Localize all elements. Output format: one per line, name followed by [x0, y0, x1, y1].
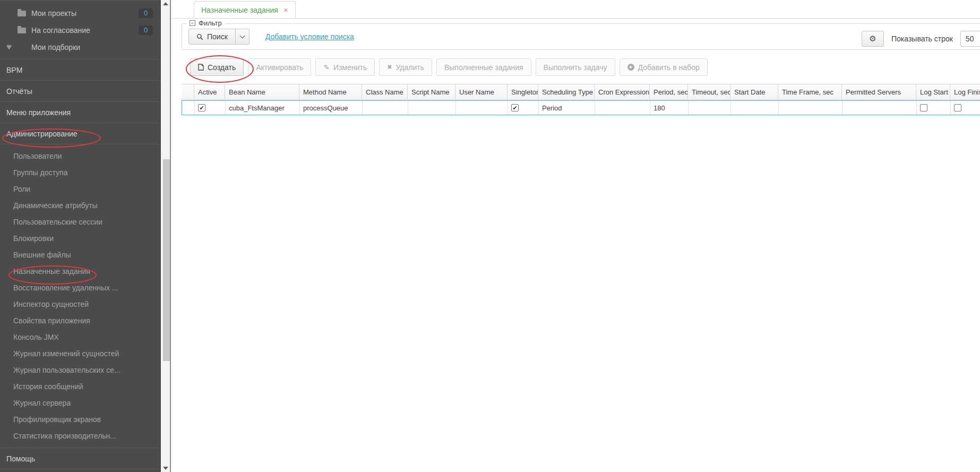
- column-header[interactable]: Scheduling Type: [538, 84, 595, 100]
- sidebar-admin-items: Пользователи Группы доступа Роли Динамич…: [0, 144, 161, 448]
- table-cell[interactable]: [363, 101, 408, 115]
- table-cell[interactable]: [917, 101, 951, 115]
- column-header[interactable]: [182, 84, 194, 100]
- checkbox-checked[interactable]: [511, 104, 519, 111]
- table-cell[interactable]: 180: [650, 101, 689, 115]
- search-button-label: Поиск: [207, 32, 228, 41]
- rows-per-page-input[interactable]: [960, 31, 980, 47]
- sidebar-section-administration[interactable]: Администрирование: [0, 123, 161, 144]
- sidebar-item[interactable]: Роли: [0, 181, 161, 198]
- column-header[interactable]: Script Name: [408, 84, 455, 100]
- sidebar-item[interactable]: Инспектор сущностей: [0, 296, 161, 313]
- table-cell[interactable]: [731, 101, 779, 115]
- sidebar-shortcuts: Мои проекты 0 На согласование 0 ♥ Мои по…: [0, 1, 161, 56]
- delete-button[interactable]: ✖ Удалить: [379, 58, 432, 76]
- filter-legend: Фильтр: [186, 19, 225, 27]
- sidebar-item[interactable]: Журнал сервера: [0, 395, 161, 411]
- pencil-icon: ✎: [323, 64, 330, 71]
- column-header[interactable]: Timeout, sec: [688, 84, 730, 100]
- run-task-button-label: Выполнить задачу: [544, 63, 607, 72]
- sidebar-item[interactable]: Группы доступа: [0, 165, 161, 181]
- activate-button[interactable]: Активировать: [248, 58, 311, 76]
- column-header[interactable]: Singleton: [508, 84, 538, 100]
- column-header[interactable]: Cron Expression: [595, 84, 650, 100]
- column-header[interactable]: Log Start: [916, 84, 950, 100]
- add-condition-link[interactable]: Добавить условие поиска: [265, 32, 354, 41]
- sidebar-item-my-projects[interactable]: Мои проекты 0: [0, 5, 161, 22]
- filter-panel: Фильтр Поиск Добавить условие поиска: [182, 23, 980, 50]
- table-cell[interactable]: [843, 101, 917, 115]
- sidebar-section-reports[interactable]: Отчёты: [0, 81, 161, 102]
- table-cell[interactable]: Period: [539, 101, 595, 115]
- table-cell[interactable]: [182, 101, 195, 115]
- tab-scheduled-tasks[interactable]: Назначенные задания ×: [194, 1, 296, 18]
- sidebar-item-my-collections[interactable]: ♥ Мои подборки: [0, 39, 161, 56]
- run-task-button[interactable]: Выполнить задачу: [536, 58, 615, 76]
- add-to-set-button[interactable]: + Добавить в набор: [620, 58, 708, 76]
- scroll-up-icon[interactable]: [163, 2, 168, 5]
- sidebar-item[interactable]: Журнал пользовательских се...: [0, 362, 161, 379]
- sidebar-item-label: Мои подборки: [31, 43, 80, 52]
- sidebar-item[interactable]: Консоль JMX: [0, 329, 161, 346]
- column-header[interactable]: Period, sec: [650, 84, 688, 100]
- search-options-button[interactable]: [236, 29, 250, 45]
- checkbox-checked[interactable]: [198, 104, 205, 111]
- column-header[interactable]: Method Name: [299, 84, 362, 100]
- heart-icon: ♥: [6, 42, 26, 53]
- sidebar-item[interactable]: Журнал изменений сущностей: [0, 346, 161, 362]
- column-header[interactable]: Start Date: [730, 84, 778, 100]
- column-header[interactable]: Log Finish: [950, 84, 980, 100]
- column-header[interactable]: Time Frame, sec: [778, 84, 842, 100]
- table-cell[interactable]: [951, 101, 980, 115]
- main-content: Назначенные задания × Фильтр Поиск Добав…: [171, 0, 980, 472]
- close-icon[interactable]: ×: [283, 6, 288, 14]
- table-cell[interactable]: [779, 101, 843, 115]
- sidebar-item[interactable]: Внешние файлы: [0, 247, 161, 263]
- sidebar-item[interactable]: Статистика производительн...: [0, 428, 161, 444]
- table-cell[interactable]: cuba_FtsManager: [226, 101, 300, 115]
- sidebar-item[interactable]: Восстановление удаленных ...: [0, 280, 161, 296]
- table-cell[interactable]: [195, 101, 226, 115]
- checkbox-unchecked[interactable]: [954, 104, 961, 111]
- sidebar-item[interactable]: Профилировщик экранов: [0, 411, 161, 428]
- table-cell[interactable]: [595, 101, 650, 115]
- sidebar-section-help[interactable]: Помощь: [0, 448, 161, 469]
- table-cell[interactable]: [456, 101, 508, 115]
- column-header[interactable]: Permitted Servers: [842, 84, 916, 100]
- edit-button[interactable]: ✎ Изменить: [315, 58, 375, 76]
- checkbox-unchecked[interactable]: [920, 104, 927, 111]
- column-header[interactable]: Active: [194, 84, 225, 100]
- sidebar-item[interactable]: Свойства приложения: [0, 313, 161, 329]
- chevron-down-icon: [239, 33, 245, 38]
- sidebar-item-label: На согласование: [31, 26, 90, 35]
- sidebar-section-app-menu[interactable]: Меню приложения: [0, 102, 161, 123]
- executions-button[interactable]: Выполненные задания: [436, 58, 531, 76]
- column-header[interactable]: User Name: [455, 84, 508, 100]
- column-header[interactable]: Class Name: [362, 84, 408, 100]
- sidebar-section-bpm[interactable]: BPM: [0, 59, 161, 81]
- scrollbar-thumb[interactable]: [163, 159, 170, 361]
- table-row-selected[interactable]: cuba_FtsManager processQueue Period 180: [182, 100, 980, 115]
- document-icon: [198, 64, 204, 71]
- sidebar-item[interactable]: История сообщений: [0, 379, 161, 395]
- sidebar-item-label: Мои проекты: [31, 9, 76, 18]
- create-button[interactable]: Создать: [190, 58, 244, 76]
- table-cell[interactable]: processQueue: [300, 101, 363, 115]
- table-cell[interactable]: [408, 101, 456, 115]
- sidebar-scrollbar[interactable]: [161, 0, 170, 472]
- sidebar-item-for-approval[interactable]: На согласование 0: [0, 22, 161, 39]
- sidebar-item[interactable]: Блокировки: [0, 230, 161, 247]
- table-cell[interactable]: [689, 101, 731, 115]
- column-header[interactable]: Bean Name: [225, 84, 299, 100]
- sidebar-item[interactable]: Пользовательские сессии: [0, 214, 161, 230]
- settings-button[interactable]: ⚙: [862, 31, 884, 47]
- collapse-icon[interactable]: [190, 20, 195, 26]
- table-cell[interactable]: [508, 101, 539, 115]
- sidebar-item[interactable]: Назначенные задания: [0, 263, 161, 280]
- scroll-down-icon[interactable]: [163, 467, 168, 470]
- search-button[interactable]: Поиск: [188, 29, 236, 45]
- sidebar-item[interactable]: Динамические атрибуты: [0, 198, 161, 214]
- sidebar-item[interactable]: Пользователи: [0, 148, 161, 165]
- filter-legend-label: Фильтр: [199, 19, 222, 27]
- activate-button-label: Активировать: [256, 63, 303, 72]
